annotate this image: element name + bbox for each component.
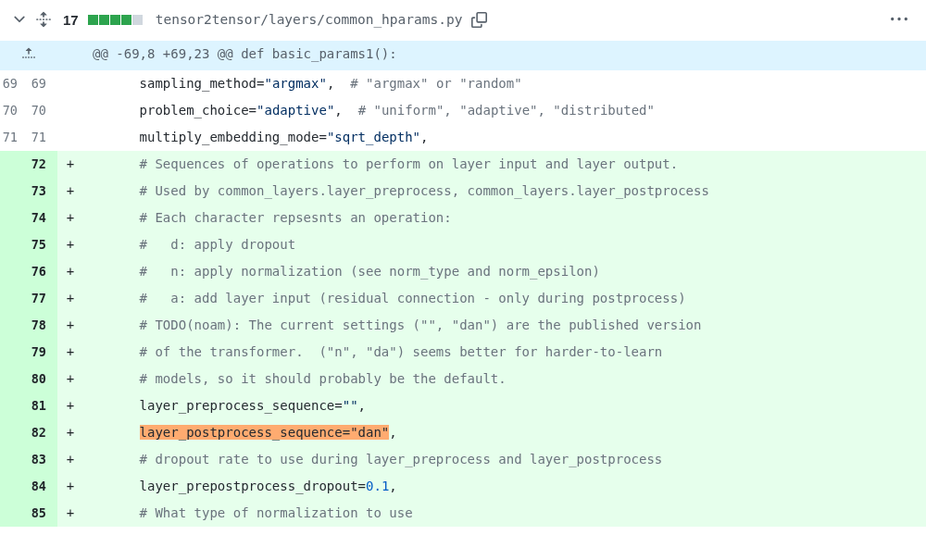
line-number-new[interactable]: 71 [29, 124, 57, 151]
diff-marker: + [57, 178, 83, 205]
line-number-old[interactable] [0, 231, 29, 258]
diff-line: 74+ # Each character repsesnts an operat… [0, 205, 926, 231]
line-number-old[interactable]: 69 [0, 70, 29, 97]
code-content[interactable]: layer_preprocess_sequence="", [83, 392, 926, 419]
line-number-old[interactable]: 70 [0, 97, 29, 124]
line-number-new[interactable]: 81 [29, 392, 57, 419]
line-number-new[interactable]: 72 [29, 151, 57, 178]
code-content[interactable]: # d: apply dropout [83, 231, 926, 258]
line-number-new[interactable]: 77 [29, 285, 57, 312]
hunk-marker [57, 41, 83, 70]
copy-icon[interactable] [471, 12, 487, 28]
code-content[interactable]: # dropout rate to use during layer_prepr… [83, 446, 926, 473]
diff-marker: + [57, 285, 83, 312]
file-path[interactable]: tensor2tensor/layers/common_hparams.py [156, 12, 463, 27]
diff-line: 6969 sampling_method="argmax", # "argmax… [0, 70, 926, 97]
expand-file-icon[interactable] [35, 11, 52, 28]
code-content[interactable]: # Each character repsesnts an operation: [83, 205, 926, 231]
line-number-old[interactable] [0, 419, 29, 446]
line-number-new[interactable]: 84 [29, 473, 57, 500]
diff-marker [57, 124, 83, 151]
line-number-old[interactable] [0, 446, 29, 473]
line-number-new[interactable]: 80 [29, 366, 57, 392]
line-number-new[interactable]: 76 [29, 258, 57, 285]
chevron-down-icon[interactable] [11, 11, 28, 28]
diff-marker: + [57, 419, 83, 446]
line-number-new[interactable]: 74 [29, 205, 57, 231]
diff-marker: + [57, 446, 83, 473]
diff-marker: + [57, 258, 83, 285]
expand-up-icon[interactable] [21, 44, 36, 61]
line-number-new[interactable]: 85 [29, 500, 57, 527]
line-number-old[interactable] [0, 258, 29, 285]
diff-table: @@ -69,8 +69,23 @@ def basic_params1():6… [0, 41, 926, 527]
diff-line: 82+ layer_postprocess_sequence="dan", [0, 419, 926, 446]
diff-line: 75+ # d: apply dropout [0, 231, 926, 258]
diff-line: 7171 multiply_embedding_mode="sqrt_depth… [0, 124, 926, 151]
code-content[interactable]: # n: apply normalization (see norm_type … [83, 258, 926, 285]
diff-line: 73+ # Used by common_layers.layer_prepro… [0, 178, 926, 205]
diffstat [88, 15, 143, 25]
diff-line: 79+ # of the transformer. ("n", "da") se… [0, 339, 926, 366]
diff-marker: + [57, 500, 83, 527]
line-number-old[interactable] [0, 151, 29, 178]
line-number-old[interactable] [0, 473, 29, 500]
code-content[interactable]: sampling_method="argmax", # "argmax" or … [83, 70, 926, 97]
diff-line: 77+ # a: add layer input (residual conne… [0, 285, 926, 312]
line-number-old[interactable] [0, 392, 29, 419]
kebab-menu-icon[interactable] [887, 7, 911, 31]
line-number-old[interactable]: 71 [0, 124, 29, 151]
line-number-new[interactable]: 73 [29, 178, 57, 205]
code-content[interactable]: # TODO(noam): The current settings ("", … [83, 312, 926, 339]
code-content[interactable]: # a: add layer input (residual connectio… [83, 285, 926, 312]
line-number-old[interactable] [0, 178, 29, 205]
code-content[interactable]: multiply_embedding_mode="sqrt_depth", [83, 124, 926, 151]
line-number-old[interactable] [0, 285, 29, 312]
expand-hunk-cell[interactable] [0, 41, 57, 70]
line-number-new[interactable]: 83 [29, 446, 57, 473]
code-content[interactable]: # Used by common_layers.layer_preprocess… [83, 178, 926, 205]
line-number-old[interactable] [0, 205, 29, 231]
code-content[interactable]: # of the transformer. ("n", "da") seems … [83, 339, 926, 366]
diff-line: 85+ # What type of normalization to use [0, 500, 926, 527]
change-count: 17 [63, 12, 79, 28]
code-content[interactable]: # What type of normalization to use [83, 500, 926, 527]
file-header: 17 tensor2tensor/layers/common_hparams.p… [0, 0, 926, 41]
line-number-new[interactable]: 75 [29, 231, 57, 258]
diff-line: 80+ # models, so it should probably be t… [0, 366, 926, 392]
diff-marker: + [57, 312, 83, 339]
line-number-old[interactable] [0, 500, 29, 527]
code-content[interactable]: # models, so it should probably be the d… [83, 366, 926, 392]
diff-marker: + [57, 231, 83, 258]
diff-marker: + [57, 392, 83, 419]
diff-line: 7070 problem_choice="adaptive", # "unifo… [0, 97, 926, 124]
diff-marker: + [57, 473, 83, 500]
code-content[interactable]: problem_choice="adaptive", # "uniform", … [83, 97, 926, 124]
diff-marker [57, 97, 83, 124]
code-content[interactable]: # Sequences of operations to perform on … [83, 151, 926, 178]
diff-marker: + [57, 339, 83, 366]
diff-marker: + [57, 151, 83, 178]
code-content[interactable]: layer_prepostprocess_dropout=0.1, [83, 473, 926, 500]
diffstat-block-add [121, 15, 131, 25]
diff-line: 78+ # TODO(noam): The current settings (… [0, 312, 926, 339]
hunk-header-row: @@ -69,8 +69,23 @@ def basic_params1(): [0, 41, 926, 70]
hunk-header-text: @@ -69,8 +69,23 @@ def basic_params1(): [83, 41, 926, 70]
diff-line: 84+ layer_prepostprocess_dropout=0.1, [0, 473, 926, 500]
code-content[interactable]: layer_postprocess_sequence="dan", [83, 419, 926, 446]
line-number-new[interactable]: 70 [29, 97, 57, 124]
line-number-old[interactable] [0, 339, 29, 366]
diff-marker [57, 70, 83, 97]
line-number-old[interactable] [0, 312, 29, 339]
diffstat-block-add [88, 15, 98, 25]
line-number-new[interactable]: 69 [29, 70, 57, 97]
line-number-new[interactable]: 79 [29, 339, 57, 366]
diff-line: 81+ layer_preprocess_sequence="", [0, 392, 926, 419]
diff-marker: + [57, 366, 83, 392]
diffstat-block-add [110, 15, 120, 25]
line-number-new[interactable]: 82 [29, 419, 57, 446]
line-number-old[interactable] [0, 366, 29, 392]
diff-line: 72+ # Sequences of operations to perform… [0, 151, 926, 178]
diff-line: 83+ # dropout rate to use during layer_p… [0, 446, 926, 473]
line-number-new[interactable]: 78 [29, 312, 57, 339]
